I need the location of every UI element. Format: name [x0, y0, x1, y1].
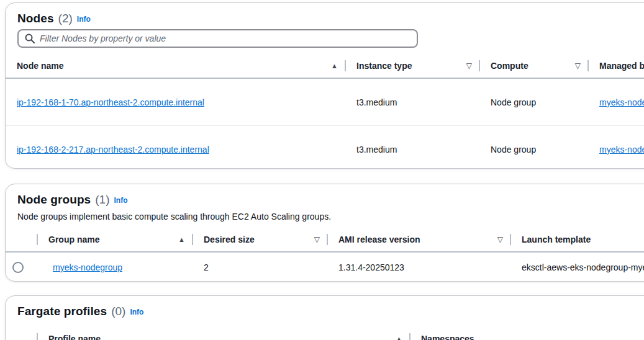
table-row: ip-192-168-2-217.ap-northeast-2.compute.…	[6, 125, 644, 169]
nodes-filter-input[interactable]	[40, 34, 410, 43]
managed-by-link[interactable]: myeks-nodegroup	[599, 145, 644, 154]
managed-by-link[interactable]: myeks-nodegroup	[599, 97, 644, 107]
node-groups-panel: Node groups (1) Info Node groups impleme…	[5, 184, 644, 282]
sort-ascending-icon[interactable]	[178, 235, 185, 244]
group-name-link[interactable]: myeks-nodegroup	[53, 262, 122, 272]
column-header-managed-by[interactable]: Managed by	[588, 55, 644, 78]
column-header-compute[interactable]: Compute	[479, 55, 588, 78]
filter-caret-icon[interactable]	[466, 61, 472, 71]
fargate-profiles-panel: Fargate profiles (0) Info Profile name N…	[5, 295, 644, 340]
nodes-panel-header: Nodes (2) Info	[6, 3, 644, 28]
nodes-title: Nodes	[17, 12, 54, 25]
nodes-table-body: ip-192-168-1-70.ap-northeast-2.compute.i…	[6, 79, 644, 169]
node-name-link[interactable]: ip-192-168-2-217.ap-northeast-2.compute.…	[17, 145, 209, 154]
node-groups-count: (1)	[95, 193, 109, 207]
nodes-panel: Nodes (2) Info Node name Instance type C…	[5, 2, 644, 169]
row-select-radio[interactable]	[12, 262, 24, 273]
node-groups-title: Node groups	[17, 193, 91, 207]
column-header-group-name[interactable]: Group name	[37, 229, 193, 251]
fargate-info-link[interactable]: Info	[130, 308, 143, 316]
compute-cell: Node group	[479, 79, 588, 125]
filter-caret-icon[interactable]	[314, 235, 320, 244]
table-row: ip-192-168-1-70.ap-northeast-2.compute.i…	[6, 79, 644, 125]
fargate-panel-header: Fargate profiles (0) Info	[6, 296, 644, 321]
node-groups-description: Node groups implement basic compute scal…	[6, 209, 644, 221]
column-header-node-name[interactable]: Node name	[6, 55, 345, 78]
sort-ascending-icon[interactable]	[331, 61, 338, 71]
nodes-info-link[interactable]: Info	[77, 15, 91, 24]
selection-column-header	[6, 229, 37, 251]
node-name-link[interactable]: ip-192-168-1-70.ap-northeast-2.compute.i…	[17, 97, 204, 107]
filter-caret-icon[interactable]	[497, 235, 503, 244]
launch-template-cell: eksctl-aews-eks-nodegroup-myeks-nodegrou…	[510, 253, 644, 282]
table-row: myeks-nodegroup 2 1.31.4-20250123 eksctl…	[6, 253, 644, 282]
column-header-instance-type[interactable]: Instance type	[345, 55, 479, 78]
instance-type-cell: t3.medium	[345, 126, 479, 169]
node-groups-panel-header: Node groups (1) Info	[6, 184, 644, 209]
nodes-table-header: Node name Instance type Compute Managed …	[6, 55, 644, 79]
compute-cell: Node group	[479, 126, 588, 169]
column-header-desired-size[interactable]: Desired size	[193, 229, 327, 251]
desired-size-cell: 2	[193, 253, 327, 282]
fargate-title: Fargate profiles	[17, 305, 107, 318]
fargate-count: (0)	[111, 305, 125, 318]
selection-column-header	[6, 328, 37, 340]
filter-caret-icon[interactable]	[575, 61, 581, 71]
node-groups-table-header: Group name Desired size AMI release vers…	[6, 229, 644, 253]
column-header-profile-name[interactable]: Profile name	[37, 328, 410, 340]
sort-ascending-icon[interactable]	[396, 334, 402, 340]
node-groups-info-link[interactable]: Info	[114, 196, 128, 205]
nodes-filter-row	[6, 28, 644, 55]
node-groups-table-body: myeks-nodegroup 2 1.31.4-20250123 eksctl…	[6, 253, 644, 282]
column-header-namespaces[interactable]: Namespaces	[410, 328, 644, 340]
column-header-ami-release-version[interactable]: AMI release version	[327, 229, 510, 251]
nodes-count: (2)	[58, 12, 73, 25]
search-icon	[25, 34, 35, 43]
ami-release-version-cell: 1.31.4-20250123	[327, 253, 510, 282]
column-header-launch-template[interactable]: Launch template	[510, 229, 644, 251]
instance-type-cell: t3.medium	[345, 79, 479, 125]
fargate-table-header: Profile name Namespaces	[6, 328, 644, 340]
nodes-filter-box[interactable]	[17, 29, 418, 48]
